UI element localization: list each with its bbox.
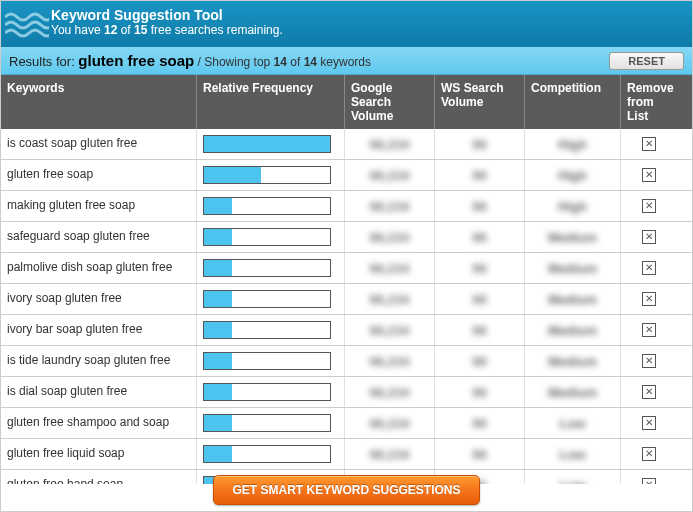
remove-button[interactable]: ✕ xyxy=(642,261,656,275)
remove-button[interactable]: ✕ xyxy=(642,385,656,399)
blurred-value: 98 xyxy=(472,137,486,152)
count-shown: 14 xyxy=(274,55,287,69)
frequency-bar-fill xyxy=(204,260,232,276)
frequency-bar-fill xyxy=(204,229,232,245)
cell-keyword: safeguard soap gluten free xyxy=(1,222,197,252)
table-body[interactable]: is coast soap gluten free98,23498High✕gl… xyxy=(1,129,692,484)
cell-competition: High xyxy=(525,129,621,159)
cell-remove: ✕ xyxy=(621,222,677,252)
cell-google-volume: 98,234 xyxy=(345,346,435,376)
cell-keyword: gluten free soap xyxy=(1,160,197,190)
blurred-value: Medium xyxy=(548,261,597,276)
cell-relative-frequency xyxy=(197,222,345,252)
cell-google-volume: 98,234 xyxy=(345,222,435,252)
cell-remove: ✕ xyxy=(621,346,677,376)
col-google-search-volume[interactable]: Google Search Volume xyxy=(345,75,435,129)
cell-google-volume: 98,234 xyxy=(345,315,435,345)
cell-ws-volume: 98 xyxy=(435,315,525,345)
cell-relative-frequency xyxy=(197,284,345,314)
blurred-value: 98,234 xyxy=(370,447,410,462)
blurred-value: 98,234 xyxy=(370,416,410,431)
sub-post: free searches remaining. xyxy=(147,23,282,37)
remove-button[interactable]: ✕ xyxy=(642,230,656,244)
showing-text: / Showing top 14 of 14 keywords xyxy=(194,55,371,69)
cell-relative-frequency xyxy=(197,253,345,283)
remove-button[interactable]: ✕ xyxy=(642,292,656,306)
cell-google-volume: 98,234 xyxy=(345,284,435,314)
blurred-value: 98 xyxy=(472,230,486,245)
remove-button[interactable]: ✕ xyxy=(642,354,656,368)
cell-keyword: is tide laundry soap gluten free xyxy=(1,346,197,376)
cell-keyword: making gluten free soap xyxy=(1,191,197,221)
col-keywords[interactable]: Keywords xyxy=(1,75,197,129)
cell-ws-volume: 98 xyxy=(435,284,525,314)
wave-logo-icon xyxy=(5,3,49,43)
cell-keyword: ivory soap gluten free xyxy=(1,284,197,314)
frequency-bar-fill xyxy=(204,322,232,338)
frequency-bar xyxy=(203,135,331,153)
table-row: gluten free liquid soap98,23498Low✕ xyxy=(1,439,692,470)
col-competition[interactable]: Competition xyxy=(525,75,621,129)
cell-ws-volume: 98 xyxy=(435,439,525,469)
table-row: gluten free shampoo and soap98,23498Low✕ xyxy=(1,408,692,439)
searches-used: 12 xyxy=(104,23,117,37)
frequency-bar xyxy=(203,259,331,277)
remove-button[interactable]: ✕ xyxy=(642,323,656,337)
remove-button[interactable]: ✕ xyxy=(642,416,656,430)
reset-button[interactable]: RESET xyxy=(609,52,684,70)
app-window: Keyword Suggestion Tool You have 12 of 1… xyxy=(0,0,693,512)
cell-competition: Low xyxy=(525,439,621,469)
cell-remove: ✕ xyxy=(621,439,677,469)
cell-relative-frequency xyxy=(197,191,345,221)
results-table: Keywords Relative Frequency Google Searc… xyxy=(1,75,692,478)
frequency-bar-fill xyxy=(204,291,232,307)
remove-button[interactable]: ✕ xyxy=(642,478,656,484)
frequency-bar xyxy=(203,352,331,370)
cell-relative-frequency xyxy=(197,315,345,345)
cell-competition: High xyxy=(525,191,621,221)
remove-button[interactable]: ✕ xyxy=(642,199,656,213)
frequency-bar-fill xyxy=(204,136,330,152)
col-relative-frequency[interactable]: Relative Frequency xyxy=(197,75,345,129)
remove-button[interactable]: ✕ xyxy=(642,137,656,151)
cell-google-volume: 98,234 xyxy=(345,439,435,469)
cell-competition: Medium xyxy=(525,346,621,376)
cell-ws-volume: 98 xyxy=(435,160,525,190)
results-text: Results for: gluten free soap / Showing … xyxy=(9,52,371,69)
get-suggestions-button[interactable]: GET SMART KEYWORD SUGGESTIONS xyxy=(213,475,479,505)
table-row: gluten free soap98,23498High✕ xyxy=(1,160,692,191)
cell-competition: Low xyxy=(525,408,621,438)
count-total: 14 xyxy=(304,55,317,69)
cell-ws-volume: 98 xyxy=(435,222,525,252)
blurred-value: Medium xyxy=(548,323,597,338)
cell-ws-volume: 98 xyxy=(435,346,525,376)
blurred-value: 98,234 xyxy=(370,323,410,338)
cell-competition: Medium xyxy=(525,284,621,314)
cell-relative-frequency xyxy=(197,377,345,407)
sub-mid: of xyxy=(117,23,134,37)
frequency-bar xyxy=(203,321,331,339)
blurred-value: 98 xyxy=(472,354,486,369)
col-ws-search-volume[interactable]: WS Search Volume xyxy=(435,75,525,129)
cell-keyword: ivory bar soap gluten free xyxy=(1,315,197,345)
header-bar: Keyword Suggestion Tool You have 12 of 1… xyxy=(1,1,692,47)
remove-button[interactable]: ✕ xyxy=(642,447,656,461)
cell-competition: Medium xyxy=(525,253,621,283)
blurred-value: 98 xyxy=(472,416,486,431)
frequency-bar xyxy=(203,166,331,184)
remove-button[interactable]: ✕ xyxy=(642,168,656,182)
header-title: Keyword Suggestion Tool xyxy=(51,7,682,23)
blurred-value: Medium xyxy=(548,385,597,400)
table-row: safeguard soap gluten free98,23498Medium… xyxy=(1,222,692,253)
cell-ws-volume: 98 xyxy=(435,408,525,438)
table-row: palmolive dish soap gluten free98,23498M… xyxy=(1,253,692,284)
table-row: making gluten free soap98,23498High✕ xyxy=(1,191,692,222)
cell-relative-frequency xyxy=(197,129,345,159)
blurred-value: 98,234 xyxy=(370,354,410,369)
cell-google-volume: 98,234 xyxy=(345,408,435,438)
frequency-bar xyxy=(203,445,331,463)
blurred-value: 98,234 xyxy=(370,168,410,183)
frequency-bar xyxy=(203,197,331,215)
table-row: is dial soap gluten free98,23498Medium✕ xyxy=(1,377,692,408)
cell-remove: ✕ xyxy=(621,408,677,438)
